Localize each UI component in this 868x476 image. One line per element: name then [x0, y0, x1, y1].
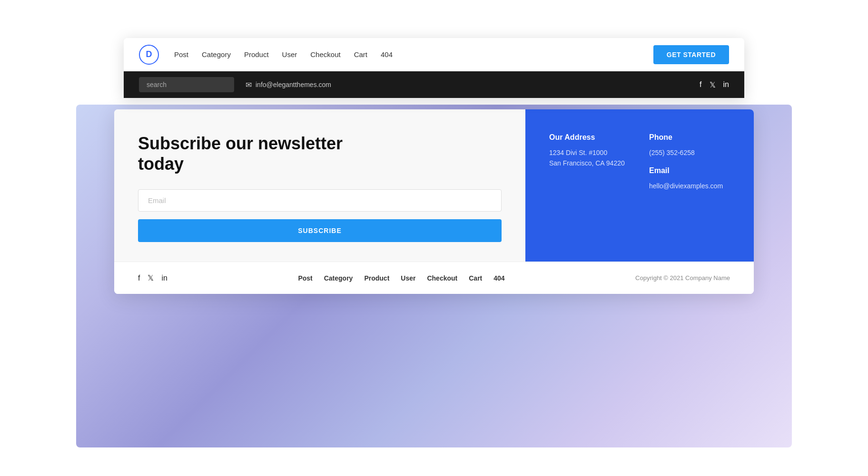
phone-value: (255) 352-6258 [649, 147, 730, 158]
footer-social-icons: f 𝕏 in [138, 273, 168, 282]
footer-bar: f 𝕏 in Post Category Product User Checko… [114, 262, 754, 294]
header-social-icons: f 𝕏 in [700, 80, 729, 89]
get-started-button[interactable]: GET STARTED [653, 45, 729, 64]
email-info: info@elegantthemes.com [246, 80, 688, 89]
footer-copyright: Copyright © 2021 Company Name [635, 274, 730, 282]
subscribe-button[interactable]: SUBSCRIBE [138, 219, 502, 242]
nav-cart[interactable]: Cart [354, 50, 367, 58]
contact-email: info@elegantthemes.com [256, 81, 331, 88]
header-twitter-icon[interactable]: 𝕏 [710, 80, 716, 89]
nav-product[interactable]: Product [244, 50, 269, 58]
footer-facebook-icon[interactable]: f [138, 274, 140, 282]
search-input[interactable] [139, 77, 234, 92]
email-value: hello@diviexamples.com [649, 181, 730, 191]
nav-post[interactable]: Post [174, 50, 188, 58]
footer-nav: Post Category Product User Checkout Cart… [168, 274, 635, 282]
header-facebook-icon[interactable]: f [700, 80, 701, 89]
footer-linkedin-icon[interactable]: in [161, 274, 167, 282]
address-column: Our Address 1234 Divi St. #1000 San Fran… [549, 133, 630, 238]
newsletter-title: Subscribe our newsletter today [138, 133, 502, 174]
footer-nav-category[interactable]: Category [324, 274, 353, 282]
nav-checkout[interactable]: Checkout [310, 50, 340, 58]
navbar: D Post Category Product User Checkout Ca… [124, 38, 744, 71]
newsletter-email-input[interactable] [138, 189, 502, 212]
main-card: Subscribe our newsletter today SUBSCRIBE… [114, 109, 754, 294]
contact-section: Our Address 1234 Divi St. #1000 San Fran… [525, 109, 754, 262]
nav-user[interactable]: User [282, 50, 297, 58]
card-top: Subscribe our newsletter today SUBSCRIBE… [114, 109, 754, 262]
footer-nav-cart[interactable]: Cart [469, 274, 482, 282]
nav-404[interactable]: 404 [381, 50, 393, 58]
address-label: Our Address [549, 133, 630, 142]
phone-label: Phone [649, 133, 730, 142]
envelope-icon [246, 80, 252, 89]
secondary-bar: info@elegantthemes.com f 𝕏 in [124, 71, 744, 98]
header-linkedin-icon[interactable]: in [723, 80, 729, 89]
nav-links: Post Category Product User Checkout Cart… [174, 50, 653, 58]
logo: D [139, 45, 159, 65]
footer-nav-product[interactable]: Product [364, 274, 389, 282]
page-wrapper: D Post Category Product User Checkout Ca… [0, 0, 868, 476]
browser-frame: D Post Category Product User Checkout Ca… [124, 38, 744, 98]
newsletter-section: Subscribe our newsletter today SUBSCRIBE [114, 109, 525, 262]
footer-nav-checkout[interactable]: Checkout [427, 274, 457, 282]
nav-category[interactable]: Category [202, 50, 231, 58]
phone-email-column: Phone (255) 352-6258 Email hello@diviexa… [649, 133, 730, 238]
address-value: 1234 Divi St. #1000 San Francisco, CA 94… [549, 147, 630, 169]
footer-twitter-icon[interactable]: 𝕏 [148, 273, 154, 282]
email-label: Email [649, 166, 730, 175]
footer-nav-404[interactable]: 404 [493, 274, 504, 282]
footer-nav-post[interactable]: Post [298, 274, 312, 282]
footer-nav-user[interactable]: User [401, 274, 415, 282]
